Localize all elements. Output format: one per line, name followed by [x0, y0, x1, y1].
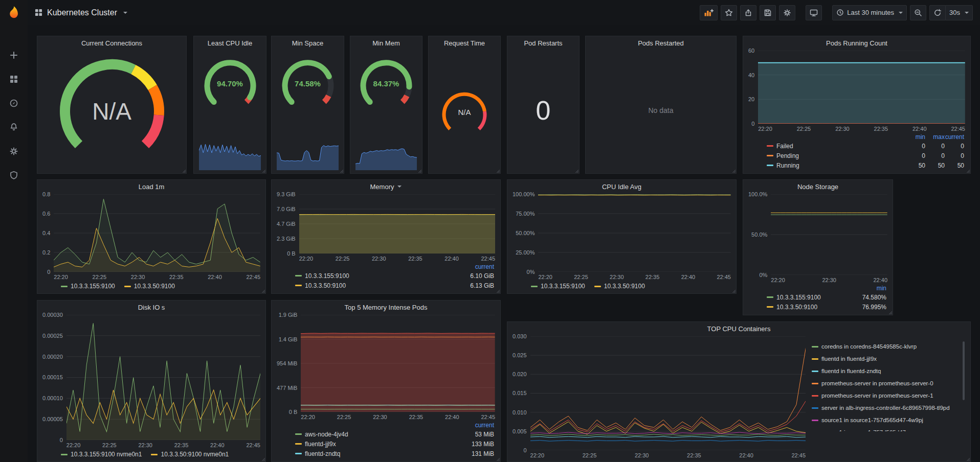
- panel-header[interactable]: Load 1m: [37, 180, 265, 193]
- panel-header[interactable]: TOP CPU Containers: [507, 322, 970, 335]
- panel-header[interactable]: CPU Idle Avg: [507, 180, 736, 193]
- legend-item[interactable]: 10.3.3.155:910074.580%: [767, 292, 886, 302]
- legend-label: 10.3.3.50:9100: [776, 304, 817, 311]
- panel-header[interactable]: Request Time: [429, 36, 500, 50]
- dashboards-icon[interactable]: [9, 74, 19, 84]
- refresh-interval-label: 30s: [949, 9, 960, 16]
- x-axis: 22:2022:2522:3022:3522:4022:45: [299, 253, 495, 262]
- legend-item[interactable]: aws-node-4jv4d53 MiB: [295, 429, 494, 439]
- panel-header[interactable]: Memory: [272, 180, 500, 193]
- gauge-value: 74.58%: [279, 79, 337, 88]
- panel-header[interactable]: Min Space: [272, 36, 344, 50]
- legend-item[interactable]: 10.3.3.155:91006.10 GiB: [295, 271, 494, 281]
- legend-sort-current[interactable]: current: [945, 133, 964, 141]
- legend-item[interactable]: 10.3.3.155:9100: [61, 283, 115, 290]
- legend-item[interactable]: Running505050: [767, 160, 964, 170]
- dashboard-settings-button[interactable]: [779, 5, 795, 20]
- legend-sort-min[interactable]: min: [857, 285, 886, 292]
- dashboard-title[interactable]: Kubernetes Cluster: [47, 8, 117, 17]
- x-axis: 22:2022:2522:3022:3522:4022:45: [54, 272, 260, 280]
- time-range-picker[interactable]: Last 30 minutes: [832, 5, 907, 20]
- server-admin-shield-icon[interactable]: [9, 170, 19, 180]
- legend-item[interactable]: fluentd-zndtq131 MiB: [295, 449, 494, 458]
- plot-area[interactable]: [771, 194, 887, 275]
- panel-header[interactable]: Disk IO s: [37, 301, 265, 314]
- legend-color-dash: [767, 296, 773, 298]
- legend-item[interactable]: fluentd in fluentd-zndtq: [812, 365, 963, 377]
- grafana-logo-icon: [5, 5, 23, 22]
- legend-sort-max[interactable]: max: [925, 133, 945, 141]
- explore-compass-icon[interactable]: [9, 98, 19, 108]
- legend-color-dash: [61, 286, 68, 287]
- x-axis: 22:2022:2522:3022:3522:4022:45: [301, 412, 495, 420]
- create-plus-icon[interactable]: [9, 50, 19, 60]
- load-1m-legend: 10.3.3.155:910010.3.3.50:9100: [42, 280, 260, 290]
- legend-label: 10.3.3.155:9100: [541, 283, 585, 290]
- share-icon: [744, 9, 752, 17]
- star-button[interactable]: [721, 5, 737, 20]
- panel-header[interactable]: Min Mem: [350, 36, 422, 50]
- panel-header[interactable]: Current Connections: [37, 36, 186, 50]
- legend-item[interactable]: 10.3.3.50:91006.13 GiB: [295, 281, 494, 290]
- chevron-down-icon[interactable]: [123, 12, 127, 14]
- plot-area[interactable]: [66, 315, 260, 440]
- y-axis: 100.00%75.00%50.00%25.00%0%: [513, 194, 538, 272]
- share-button[interactable]: [740, 5, 756, 20]
- legend-item[interactable]: 10.3.3.50:9100: [594, 283, 645, 290]
- legend-color-dash: [531, 286, 538, 287]
- plot-area[interactable]: [758, 51, 965, 124]
- plot-area[interactable]: [301, 315, 495, 412]
- legend-item[interactable]: 10.3.3.50:9100 nvme0n1: [151, 451, 229, 458]
- legend-item[interactable]: fluentd in fluentd-jjl9x: [812, 353, 963, 365]
- legend-item[interactable]: 10.3.3.155:9100 nvme0n1: [61, 451, 142, 458]
- plot-area[interactable]: [538, 194, 731, 272]
- legend-item[interactable]: prometheus-server in prometheus-server-1: [812, 389, 963, 402]
- panel-header[interactable]: Top 5 Memory Intense Pods: [272, 301, 500, 314]
- legend-item[interactable]: source1 in source1-757d565d47-4w9pj: [812, 414, 963, 426]
- legend-label: fluentd in fluentd-jjl9x: [821, 356, 877, 362]
- panel-menu-caret-icon[interactable]: [397, 186, 402, 188]
- panel-top5-memory-pods: Top 5 Memory Intense Pods 1.9 GiB1.4 GiB…: [271, 300, 501, 462]
- legend-scrollbar[interactable]: [963, 341, 965, 400]
- panel-header[interactable]: Pods Running Count: [743, 36, 970, 50]
- legend-label: 10.3.3.155:9100 nvme0n1: [71, 451, 142, 458]
- legend-sort-current[interactable]: current: [464, 422, 494, 429]
- legend-item[interactable]: 10.3.3.155:9100: [531, 283, 585, 290]
- plot-area[interactable]: [530, 336, 806, 450]
- plot-area[interactable]: [54, 194, 260, 272]
- panel-header[interactable]: Pods Restarted: [586, 36, 736, 50]
- legend-item[interactable]: coredns in coredns-84549585c-klvrp: [812, 340, 963, 353]
- legend-sort-current[interactable]: current: [464, 263, 494, 270]
- panel-top-cpu-containers: TOP CPU Containers 0.0300.0250.0200.0150…: [507, 321, 971, 462]
- legend-label: aws-node-4jv4d: [305, 431, 348, 438]
- legend-value: 6.10 GiB: [464, 272, 494, 280]
- panel-header[interactable]: Pod Restarts: [507, 36, 579, 50]
- grafana-logo[interactable]: [4, 4, 24, 24]
- legend-item[interactable]: source1 in source1-757d565d47-…: [812, 426, 963, 431]
- x-axis: 22:2022:2522:3022:3522:4022:45: [538, 272, 731, 280]
- legend-item[interactable]: Pending000: [767, 151, 964, 160]
- panel-header[interactable]: Least CPU Idle: [194, 36, 266, 50]
- panel-title: Request Time: [444, 39, 485, 47]
- legend-value: 131 MiB: [464, 450, 494, 457]
- legend-item[interactable]: Failed000: [767, 141, 964, 151]
- legend-item[interactable]: fluentd-jjl9x133 MiB: [295, 439, 494, 449]
- legend-color-dash: [812, 420, 818, 421]
- add-panel-button[interactable]: [700, 5, 718, 20]
- legend-item[interactable]: prometheus-server in prometheus-server-0: [812, 377, 963, 389]
- alerting-bell-icon[interactable]: [9, 122, 19, 132]
- legend-item[interactable]: server in alb-ingress-controller-6c89657…: [812, 402, 963, 414]
- refresh-interval-picker[interactable]: 30s: [946, 5, 973, 20]
- zoom-out-button[interactable]: [910, 5, 926, 20]
- refresh-button[interactable]: [929, 5, 946, 20]
- legend-item[interactable]: 10.3.3.50:910076.995%: [767, 302, 886, 312]
- cycle-view-button[interactable]: [806, 5, 822, 20]
- y-axis: 1.9 GiB1.4 GiB954 MiB477 MiB0 B: [277, 315, 301, 412]
- legend-sort-min[interactable]: min: [906, 133, 925, 141]
- grafana-app: Kubernetes Cluster La: [0, 0, 980, 462]
- plot-area[interactable]: [299, 194, 495, 253]
- legend-item[interactable]: 10.3.3.50:9100: [124, 283, 175, 290]
- configuration-gear-icon[interactable]: [9, 146, 19, 156]
- legend-value: 0: [906, 152, 925, 159]
- save-button[interactable]: [760, 5, 776, 20]
